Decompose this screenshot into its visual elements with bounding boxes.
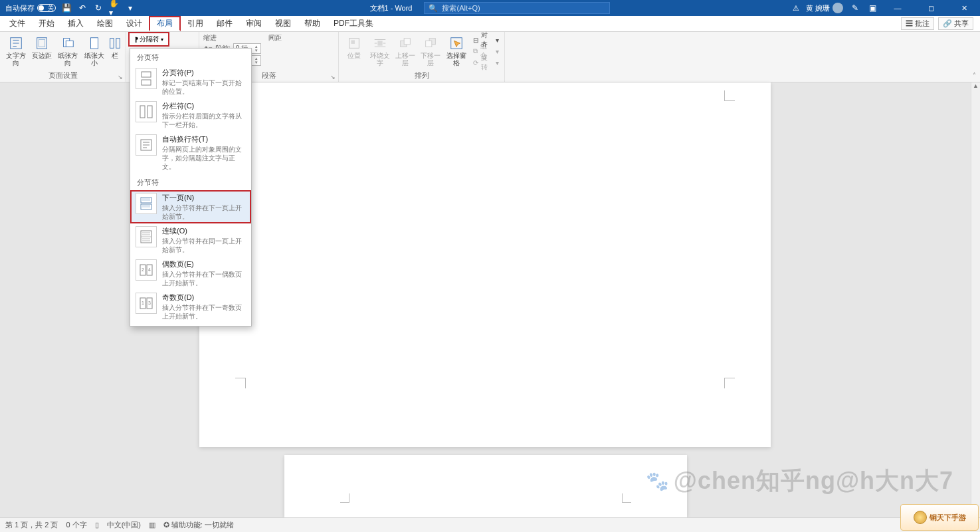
redo-icon[interactable]: ↻ [93,3,104,13]
align-icon: ⊟ [473,37,478,44]
margins-button[interactable]: 页边距 [29,33,54,59]
paragraph-launcher[interactable]: ↘ [330,74,337,80]
align-button[interactable]: ⊟对齐 ▾ [472,35,500,45]
tab-draw[interactable]: 绘图 [90,16,120,31]
svg-text:2: 2 [142,267,144,272]
send-backward-button: 下移一层 [418,33,443,66]
column-break-icon [136,101,157,122]
svg-rect-14 [426,41,432,47]
breaks-dropdown-menu: 分页符 分页符(P)标记一页结束与下一页开始的位置。 分栏符(C)指示分栏符后面… [130,48,252,327]
document-title: 文档1 - Word [370,3,413,13]
breaks-dropdown-button[interactable]: ⁋ 分隔符 ▾ [128,32,169,47]
maximize-button[interactable]: ◻ [918,0,944,16]
svg-rect-13 [429,39,435,45]
menu-item-continuous[interactable]: 连续(O)插入分节符并在同一页上开始新节。 [130,223,251,257]
share-button[interactable]: 🔗 共享 [938,17,973,30]
status-display-icon[interactable]: ▥ [149,521,155,529]
continuous-icon [136,226,157,247]
status-bar: 第 1 页，共 2 页 0 个字 ▯ 中文(中国) ▥ ✪ 辅助功能: 一切就绪… [0,517,980,532]
text-wrapping-break-icon [136,134,157,156]
orientation-button[interactable]: 纸张方向 [55,33,81,66]
spinner-arrows-icon[interactable]: ▲▼ [254,57,258,65]
qat-customize-icon[interactable]: ▾ [125,3,136,13]
even-page-icon: 24 [136,259,157,281]
crop-mark-icon [724,90,735,101]
alert-icon[interactable]: ⚠ [793,4,799,13]
text-direction-button[interactable]: 文字方向 [3,33,29,66]
watermark-text: 🐾@chen知乎ng@h大n大7 [646,465,953,497]
chevron-down-icon: ▾ [161,37,163,43]
status-word-count[interactable]: 0 个字 [66,520,86,530]
columns-icon [108,36,122,51]
page-1[interactable] [199,82,771,447]
collapse-ribbon-icon[interactable]: ˄ [973,72,976,79]
undo-icon[interactable]: ↶ [77,3,88,13]
indent-header: 缩进 [203,33,217,43]
position-icon [347,36,361,51]
svg-rect-19 [147,106,152,118]
user-account[interactable]: 黄 婉珊 [806,3,843,13]
size-button[interactable]: 纸张大小 [81,33,107,66]
group-label-arrange: 排列 [339,70,504,82]
text-direction-icon [9,36,23,51]
vertical-scrollbar[interactable]: ▲ ▼ [971,82,980,517]
page-break-icon [136,68,157,89]
draw-mode-icon[interactable]: ✎ [850,3,860,13]
status-proofing-icon[interactable]: ▯ [95,521,99,529]
next-page-icon [136,193,157,214]
bring-forward-button: 上移一层 [393,33,418,66]
svg-rect-8 [349,39,359,49]
columns-button[interactable]: 栏 [107,33,123,59]
title-bar: 自动保存 关 💾 ↶ ↻ ✋▾ ▾ 文档1 - Word 🔍 搜索(Alt+Q)… [0,0,980,16]
status-page[interactable]: 第 1 页，共 2 页 [5,520,58,530]
tab-references[interactable]: 引用 [181,16,210,31]
tab-view[interactable]: 视图 [268,16,298,31]
group-label-page-setup: 页面设置 [0,70,126,82]
status-language[interactable]: 中文(中国) [107,520,141,530]
touch-mode-icon[interactable]: ✋▾ [109,3,120,13]
crop-mark-icon [724,378,735,388]
tab-pdf[interactable]: PDF工具集 [327,16,380,31]
spinner-arrows-icon[interactable]: ▲▼ [254,45,258,53]
tab-insert[interactable]: 插入 [61,16,90,31]
scroll-up-icon[interactable]: ▲ [971,82,980,92]
group-icon: ⧉ [473,47,478,55]
tab-help[interactable]: 帮助 [298,16,327,31]
close-button[interactable]: ✕ [951,0,977,16]
page-2[interactable] [284,455,687,517]
dropdown-header-page-breaks: 分页符 [130,49,251,65]
tab-layout[interactable]: 布局 [149,16,181,31]
menu-item-page-break[interactable]: 分页符(P)标记一页结束与下一页开始的位置。 [130,65,251,98]
ribbon-display-icon[interactable]: ▣ [867,3,878,13]
svg-text:3: 3 [148,301,151,305]
menu-item-odd-page[interactable]: 13 奇数页(D)插入分节符并在下一奇数页上开始新节。 [130,290,251,323]
svg-rect-7 [116,39,120,49]
spacing-header: 间距 [268,33,282,43]
save-icon[interactable]: 💾 [61,3,72,13]
minimize-button[interactable]: — [884,0,911,16]
selection-pane-button[interactable]: 选择窗格 [444,33,469,66]
comments-button[interactable]: ☰ 批注 [901,17,934,30]
margins-icon [35,36,49,51]
status-accessibility[interactable]: ✪ 辅助功能: 一切就绪 [163,520,234,530]
svg-text:4: 4 [148,267,151,272]
coin-icon [914,511,927,524]
menu-item-even-page[interactable]: 24 偶数页(E)插入分节符并在下一偶数页上开始新节。 [130,257,251,290]
bring-forward-icon [398,36,413,51]
menu-item-text-wrapping-break[interactable]: 自动换行符(T)分隔网页上的对象周围的文字，如分隔题注文字与正文。 [130,132,251,174]
tab-file[interactable]: 文件 [3,16,32,31]
crop-mark-icon [622,493,631,503]
tab-mailings[interactable]: 邮件 [210,16,239,31]
search-box[interactable]: 🔍 搜索(Alt+Q) [424,2,610,14]
autosave-toggle[interactable]: 自动保存 关 [5,3,56,13]
search-icon: 🔍 [429,4,438,13]
crop-mark-icon [235,378,246,388]
tab-home[interactable]: 开始 [32,16,61,31]
send-backward-icon [423,36,438,51]
menu-item-column-break[interactable]: 分栏符(C)指示分栏符后面的文字将从下一栏开始。 [130,98,251,132]
tab-review[interactable]: 审阅 [239,16,268,31]
menu-item-next-page[interactable]: 下一页(N)插入分节符并在下一页上开始新节。 [130,190,251,223]
tab-design[interactable]: 设计 [120,16,149,31]
autosave-pill[interactable]: 关 [37,4,56,12]
page-setup-launcher[interactable]: ↘ [118,74,124,80]
